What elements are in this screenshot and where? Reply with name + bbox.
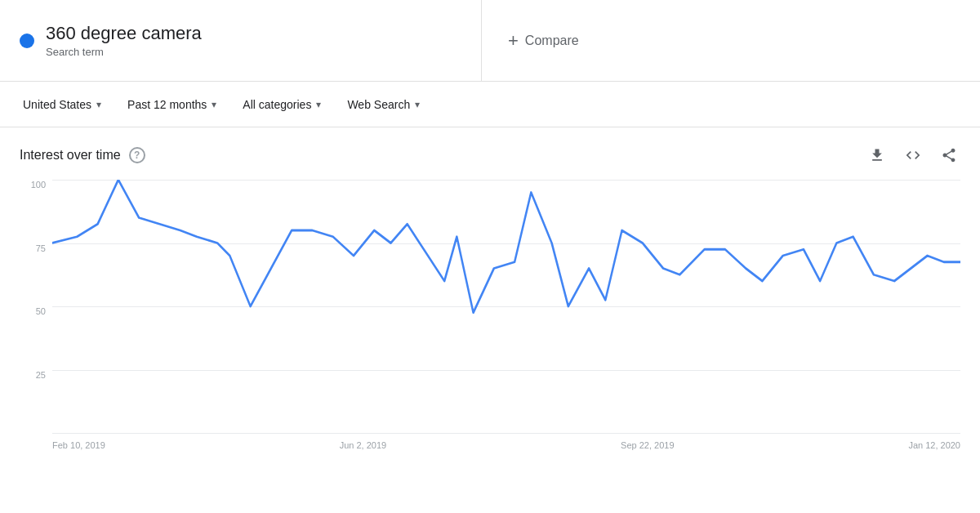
trend-line — [52, 180, 960, 313]
y-label-100: 100 — [20, 180, 52, 190]
category-filter[interactable]: All categories ▾ — [233, 91, 331, 118]
category-label: All categories — [243, 98, 311, 111]
chart-title-area: Interest over time ? — [20, 147, 145, 163]
chart-title: Interest over time — [20, 148, 121, 163]
share-icon — [941, 147, 957, 163]
y-axis: 100 75 50 25 — [20, 180, 52, 433]
filters-bar: United States ▾ Past 12 months ▾ All cat… — [0, 82, 980, 127]
time-range-label: Past 12 months — [127, 98, 207, 111]
compare-label: Compare — [525, 33, 579, 48]
embed-icon — [905, 147, 921, 163]
trend-chart-svg — [52, 180, 960, 433]
share-button[interactable] — [938, 144, 960, 167]
compare-plus-icon: + — [508, 32, 519, 50]
embed-button[interactable] — [902, 144, 924, 167]
search-type-chevron-icon: ▾ — [415, 99, 420, 110]
region-filter[interactable]: United States ▾ — [13, 91, 111, 118]
chart-area — [52, 180, 960, 433]
search-term-type: Search term — [46, 46, 202, 58]
compare-section: + Compare — [482, 0, 980, 81]
x-label-feb2019: Feb 10, 2019 — [52, 440, 105, 450]
chart-container: 100 75 50 25 Feb 10, 2019 Jun 2, 2019 Se… — [20, 180, 960, 457]
x-axis: Feb 10, 2019 Jun 2, 2019 Sep 22, 2019 Ja… — [52, 433, 960, 457]
y-label-75: 75 — [20, 243, 52, 253]
search-term-section: 360 degree camera Search term — [0, 0, 482, 81]
time-chevron-icon: ▾ — [212, 99, 216, 110]
region-chevron-icon: ▾ — [96, 99, 101, 110]
category-chevron-icon: ▾ — [316, 99, 321, 110]
x-label-sep2019: Sep 22, 2019 — [621, 440, 674, 450]
compare-button[interactable]: + Compare — [508, 32, 579, 50]
time-range-filter[interactable]: Past 12 months ▾ — [118, 91, 226, 118]
search-term-text: 360 degree camera Search term — [46, 23, 202, 58]
search-term-dot — [20, 33, 34, 48]
help-icon[interactable]: ? — [129, 147, 145, 163]
chart-header: Interest over time ? — [20, 144, 960, 167]
search-term-title: 360 degree camera — [46, 23, 202, 44]
download-button[interactable] — [866, 144, 889, 167]
region-label: United States — [23, 98, 91, 111]
y-label-50: 50 — [20, 306, 52, 316]
chart-actions — [866, 144, 960, 167]
x-label-jan2020: Jan 12, 2020 — [908, 440, 960, 450]
top-bar: 360 degree camera Search term + Compare — [0, 0, 980, 82]
x-label-jun2019: Jun 2, 2019 — [340, 440, 387, 450]
search-type-filter[interactable]: Web Search ▾ — [337, 91, 430, 118]
chart-section: Interest over time ? 100 75 50 25 — [0, 127, 980, 457]
search-type-label: Web Search — [347, 98, 410, 111]
help-icon-label: ? — [134, 149, 140, 161]
download-icon — [869, 147, 885, 163]
y-label-25: 25 — [20, 370, 52, 380]
